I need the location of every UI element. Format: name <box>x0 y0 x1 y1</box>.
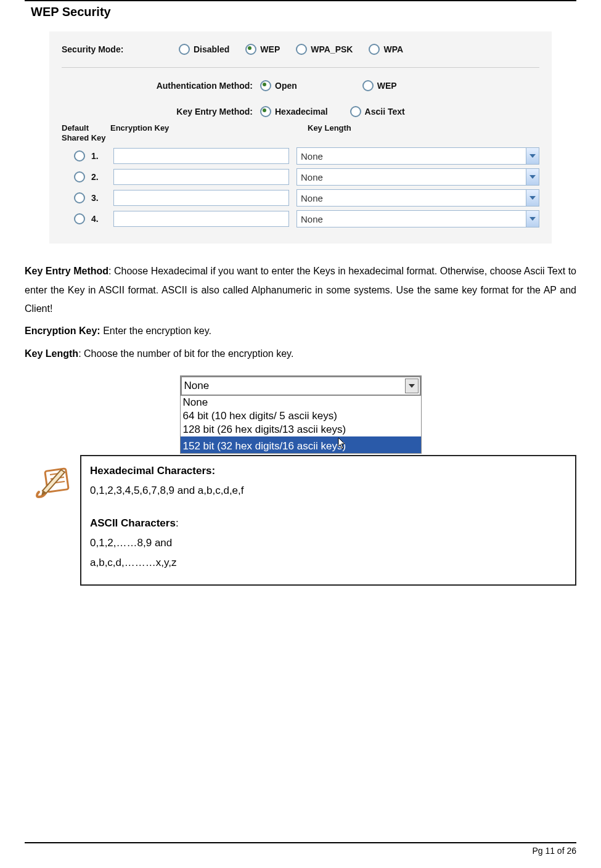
key-row-2: 2. None <box>62 168 539 186</box>
key-length-dropdown-demo: None None 64 bit (10 hex digits/ 5 ascii… <box>180 375 422 454</box>
row-num: 4. <box>91 214 110 224</box>
row-num: 2. <box>91 172 110 182</box>
radio-icon <box>179 44 190 55</box>
default-key-radio-3[interactable] <box>74 192 85 203</box>
select-value: None <box>301 151 323 162</box>
radio-auth-open[interactable]: Open <box>260 80 297 91</box>
default-key-radio-1[interactable] <box>74 150 85 162</box>
row-num: 1. <box>91 151 110 161</box>
select-value: None <box>301 214 323 224</box>
key-row-1: 1. None <box>62 147 539 165</box>
encryption-key-input-3[interactable] <box>113 190 289 206</box>
radio-label: Hexadecimal <box>275 107 328 117</box>
chevron-down-icon <box>526 190 539 206</box>
radio-icon <box>296 44 307 55</box>
encryption-key-input-2[interactable] <box>113 169 289 185</box>
dropdown-option[interactable]: 128 bit (26 hex digits/13 ascii keys) <box>181 423 421 436</box>
default-key-radio-2[interactable] <box>74 171 85 182</box>
radio-icon <box>260 80 271 91</box>
radio-hex[interactable]: Hexadecimal <box>260 106 328 117</box>
key-length-select-4[interactable]: None <box>296 210 539 227</box>
key-row-3: 3. None <box>62 189 539 207</box>
dropdown-option[interactable]: None <box>181 396 421 409</box>
key-length-select-2[interactable]: None <box>296 168 539 186</box>
radio-label: WPA <box>383 44 403 54</box>
dropdown-closed[interactable]: None <box>181 376 421 395</box>
dropdown-selected: None <box>184 380 210 392</box>
chevron-down-icon <box>526 211 539 227</box>
p3-label: Key Length <box>25 348 78 359</box>
encryption-key-input-1[interactable] <box>113 148 289 164</box>
p2-text: Enter the encryption key. <box>100 326 211 336</box>
select-value: None <box>301 193 323 203</box>
ascii-line1: 0,1,2,……8,9 and <box>90 533 566 553</box>
ascii-title: ASCII Characters <box>90 517 176 529</box>
radio-icon <box>245 44 256 55</box>
section-title: WEP Security <box>31 5 576 19</box>
radio-icon <box>350 106 361 117</box>
paragraph-key-entry: Key Entry Method: Choose Hexadecimal if … <box>25 262 576 318</box>
encryption-key-input-4[interactable] <box>113 211 289 227</box>
col-key-length: Key Length <box>301 123 539 142</box>
col-encryption-key: Encryption Key <box>108 123 301 142</box>
key-length-select-3[interactable]: None <box>296 189 539 207</box>
key-length-select-1[interactable]: None <box>296 147 539 165</box>
chevron-down-icon <box>526 148 539 164</box>
radio-label: Open <box>275 81 297 91</box>
cursor-icon <box>338 437 346 452</box>
radio-label: WEP <box>260 44 280 54</box>
ascii-colon: : <box>176 517 179 529</box>
col-default-shared-key: Default Shared Key <box>62 123 108 142</box>
radio-icon <box>362 80 374 91</box>
p3-text: : Choose the number of bit for the encry… <box>78 348 293 359</box>
radio-ascii[interactable]: Ascii Text <box>350 106 405 117</box>
radio-label: Disabled <box>194 44 229 54</box>
security-mode-label: Security Mode: <box>62 44 179 54</box>
chevron-down-icon <box>526 169 539 185</box>
ascii-line2: a,b,c,d,………x,y,z <box>90 553 566 573</box>
hex-values: 0,1,2,3,4,5,6,7,8,9 and a,b,c,d,e,f <box>90 481 566 501</box>
note-box: Hexadecimal Characters: 0,1,2,3,4,5,6,7,… <box>80 455 576 585</box>
row-num: 3. <box>91 193 110 203</box>
key-entry-label: Key Entry Method: <box>62 107 260 117</box>
wep-config-panel: Security Mode: Disabled WEP WPA_PSK WPA <box>49 31 552 244</box>
note-icon <box>25 455 80 501</box>
option-label: 152 bit (32 hex digits/16 ascii keys) <box>183 440 346 452</box>
paragraph-key-length: Key Length: Choose the number of bit for… <box>25 345 576 363</box>
default-key-radio-4[interactable] <box>74 213 85 224</box>
radio-icon <box>369 44 380 55</box>
radio-label: WEP <box>377 81 397 91</box>
radio-disabled[interactable]: Disabled <box>179 44 229 55</box>
p1-label: Key Entry Method <box>25 266 108 276</box>
dropdown-option[interactable]: 152 bit (32 hex digits/16 ascii keys) <box>181 436 421 453</box>
radio-icon <box>260 106 271 117</box>
radio-auth-wep[interactable]: WEP <box>362 80 397 91</box>
p2-label: Encryption Key: <box>25 326 100 336</box>
radio-wep[interactable]: WEP <box>245 44 280 55</box>
radio-label: Ascii Text <box>365 107 405 117</box>
radio-wpa[interactable]: WPA <box>369 44 403 55</box>
select-value: None <box>301 172 323 182</box>
page-number: Pg 11 of 26 <box>532 843 576 856</box>
auth-method-label: Authentication Method: <box>62 81 260 91</box>
hex-title: Hexadecimal Characters: <box>90 465 215 477</box>
key-row-4: 4. None <box>62 210 539 227</box>
chevron-down-icon <box>405 379 419 393</box>
dropdown-option[interactable]: 64 bit (10 hex digits/ 5 ascii keys) <box>181 409 421 423</box>
radio-wpa-psk[interactable]: WPA_PSK <box>296 44 353 55</box>
radio-label: WPA_PSK <box>311 44 353 54</box>
paragraph-encryption-key: Encryption Key: Enter the encryption key… <box>25 322 576 340</box>
dropdown-list: None 64 bit (10 hex digits/ 5 ascii keys… <box>181 395 421 453</box>
